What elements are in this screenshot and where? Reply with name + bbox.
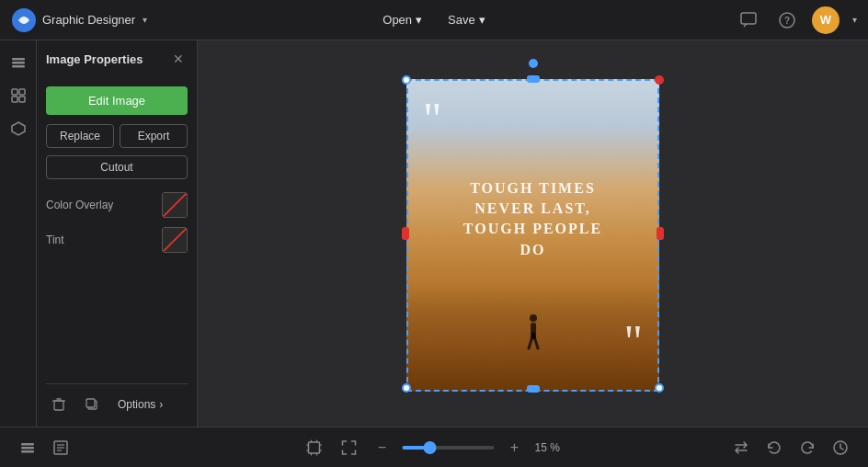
panel-footer: Options › bbox=[46, 383, 188, 417]
undo-icon-button[interactable] bbox=[761, 435, 787, 461]
canvas-image[interactable]: " TOUGH TIMESNEVER LAST,TOUGH PEOPLEDO " bbox=[406, 79, 659, 392]
main-area: Image Properties ✕ Edit Image Replace Ex… bbox=[0, 40, 868, 427]
svg-rect-33 bbox=[309, 442, 320, 453]
zoom-in-button[interactable]: + bbox=[504, 437, 526, 459]
grid-icon bbox=[10, 87, 27, 104]
options-chevron-icon: › bbox=[159, 398, 163, 411]
layers-bottom-icon bbox=[19, 439, 36, 456]
export-button[interactable]: Export bbox=[120, 124, 188, 148]
zoom-slider[interactable] bbox=[403, 446, 495, 450]
handle-middle-left[interactable] bbox=[402, 227, 409, 240]
topbar-left: Graphic Designer ▾ bbox=[11, 7, 434, 33]
layers-icon bbox=[10, 54, 27, 71]
swap-icon-button[interactable] bbox=[728, 435, 754, 461]
svg-rect-17 bbox=[54, 401, 63, 410]
tint-row: Tint bbox=[46, 227, 188, 253]
svg-rect-28 bbox=[21, 450, 34, 453]
zoom-out-button[interactable]: − bbox=[371, 437, 394, 459]
svg-rect-10 bbox=[19, 97, 25, 102]
layers-bottom-icon-button[interactable] bbox=[15, 435, 40, 461]
options-button[interactable]: Options › bbox=[112, 394, 168, 415]
hex-icon-button[interactable] bbox=[4, 114, 33, 143]
history-icon bbox=[832, 439, 849, 456]
selection-container: " TOUGH TIMESNEVER LAST,TOUGH PEOPLEDO " bbox=[406, 66, 659, 402]
handle-top-right[interactable] bbox=[655, 75, 664, 85]
duplicate-icon bbox=[85, 397, 99, 412]
layers-icon-button[interactable] bbox=[4, 48, 33, 77]
diagonal-slash-icon bbox=[163, 193, 187, 217]
bottom-left bbox=[15, 435, 74, 461]
tint-swatch[interactable] bbox=[162, 227, 188, 253]
color-overlay-row: Color Overlay bbox=[46, 192, 188, 218]
tint-swatch-inner bbox=[163, 228, 187, 252]
zoom-thumb[interactable] bbox=[424, 441, 437, 454]
brand-logo-icon bbox=[11, 7, 37, 33]
topbar-center: Open ▾ Save ▾ bbox=[371, 9, 496, 30]
pages-icon-button[interactable] bbox=[48, 435, 74, 461]
panel-close-button[interactable]: ✕ bbox=[169, 50, 188, 68]
save-button[interactable]: Save ▾ bbox=[437, 9, 497, 30]
fullscreen-icon-button[interactable] bbox=[337, 435, 362, 461]
properties-panel: Image Properties ✕ Edit Image Replace Ex… bbox=[37, 40, 198, 427]
delete-icon-button[interactable] bbox=[46, 392, 72, 417]
svg-rect-8 bbox=[19, 89, 25, 95]
pages-icon bbox=[52, 439, 69, 456]
color-overlay-label: Color Overlay bbox=[46, 199, 113, 211]
bottom-center: − + 15 % bbox=[302, 435, 567, 461]
svg-rect-21 bbox=[86, 399, 95, 407]
replace-button[interactable]: Replace bbox=[46, 124, 114, 148]
quote-mark-top: " bbox=[423, 96, 441, 142]
svg-rect-26 bbox=[21, 443, 34, 446]
svg-point-22 bbox=[530, 314, 537, 322]
svg-text:?: ? bbox=[784, 16, 790, 26]
cutout-button[interactable]: Cutout bbox=[46, 155, 188, 179]
hex-icon bbox=[10, 120, 27, 137]
handle-top-center[interactable] bbox=[527, 75, 540, 83]
open-button[interactable]: Open ▾ bbox=[371, 9, 433, 30]
topbar: Graphic Designer ▾ Open ▾ Save ▾ ? W bbox=[0, 0, 868, 40]
desert-background: " TOUGH TIMESNEVER LAST,TOUGH PEOPLEDO " bbox=[406, 79, 659, 392]
handle-bottom-center[interactable] bbox=[527, 385, 540, 393]
fullscreen-icon bbox=[341, 439, 358, 456]
undo-icon bbox=[766, 439, 782, 456]
color-overlay-swatch-inner bbox=[163, 193, 187, 217]
svg-rect-4 bbox=[12, 58, 25, 61]
handle-top-left[interactable] bbox=[402, 75, 411, 85]
app-chevron-icon: ▾ bbox=[143, 15, 147, 25]
left-toolbar bbox=[0, 40, 37, 427]
canvas-area[interactable]: " TOUGH TIMESNEVER LAST,TOUGH PEOPLEDO " bbox=[198, 40, 868, 427]
chat-icon-button[interactable] bbox=[735, 6, 762, 34]
topbar-right: ? W ▾ bbox=[434, 6, 857, 34]
fit-frame-icon-button[interactable] bbox=[302, 435, 327, 461]
app-title: Graphic Designer bbox=[42, 13, 135, 27]
help-icon: ? bbox=[779, 12, 795, 28]
replace-export-row: Replace Export bbox=[46, 124, 188, 148]
options-label: Options bbox=[118, 398, 155, 411]
color-overlay-swatch[interactable] bbox=[162, 192, 188, 218]
swap-icon bbox=[733, 439, 749, 456]
svg-rect-6 bbox=[12, 65, 25, 68]
history-icon-button[interactable] bbox=[828, 435, 853, 461]
redo-icon-button[interactable] bbox=[794, 435, 820, 461]
handle-middle-right[interactable] bbox=[657, 227, 664, 240]
edit-image-button[interactable]: Edit Image bbox=[46, 86, 188, 115]
fit-frame-icon bbox=[306, 439, 323, 456]
duplicate-icon-button[interactable] bbox=[79, 392, 105, 417]
svg-rect-5 bbox=[12, 62, 25, 64]
handle-top-rotate[interactable] bbox=[529, 59, 538, 68]
bottom-right bbox=[728, 435, 853, 461]
avatar[interactable]: W bbox=[812, 6, 839, 34]
grid-icon-button[interactable] bbox=[4, 81, 33, 110]
person-silhouette-icon bbox=[524, 313, 542, 355]
panel-header: Image Properties ✕ bbox=[46, 50, 188, 75]
panel-title: Image Properties bbox=[46, 52, 143, 66]
svg-rect-7 bbox=[12, 89, 17, 95]
svg-rect-9 bbox=[12, 97, 17, 102]
avatar-chevron-icon: ▾ bbox=[852, 15, 857, 25]
handle-bottom-left[interactable] bbox=[402, 383, 411, 393]
help-icon-button[interactable]: ? bbox=[773, 6, 801, 34]
handle-bottom-right[interactable] bbox=[655, 383, 664, 393]
delete-icon bbox=[51, 397, 66, 412]
chat-icon bbox=[740, 12, 757, 28]
zoom-percent: 15 % bbox=[535, 441, 567, 454]
